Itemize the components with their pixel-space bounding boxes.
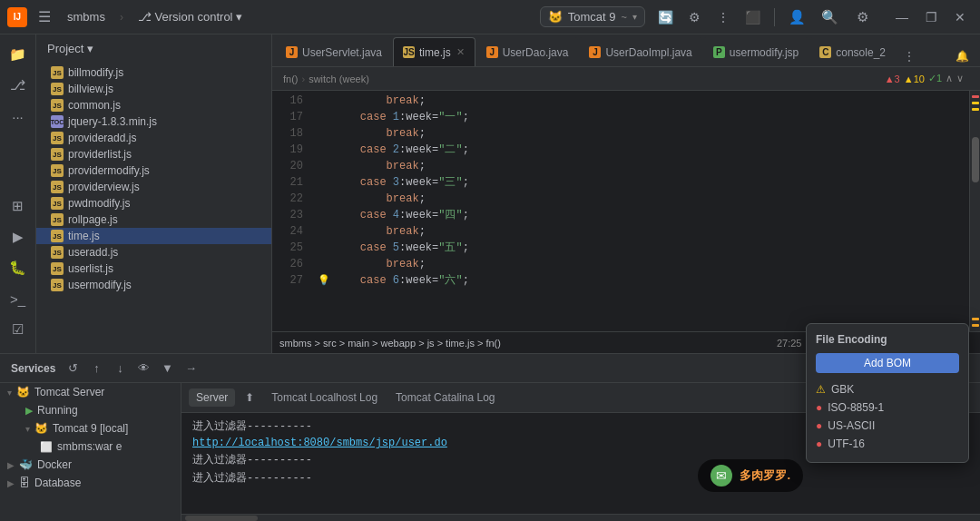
panel-eye-btn[interactable]: 👁 (133, 359, 153, 378)
docker-icon: 🐳 (19, 458, 33, 471)
restore-btn[interactable]: ❐ (918, 5, 944, 30)
tabs-more-btn[interactable]: ⋮ (900, 46, 918, 66)
service-item-database[interactable]: ▶ 🗄 Database (0, 474, 181, 492)
hamburger-menu[interactable]: ☰ (34, 5, 54, 29)
run-config-selector[interactable]: 🐱 Tomcat 9 ~ ▾ (540, 6, 645, 27)
warning-count: ▲10 (904, 74, 925, 84)
more-run-btn[interactable]: ⋮ (710, 5, 736, 30)
version-control-btn[interactable]: ⎇ Version control ▾ (132, 6, 248, 27)
server-tab-catalina[interactable]: Tomcat Catalina Log (388, 388, 502, 407)
notification-bell[interactable]: 🔔 (948, 46, 976, 66)
js-file-icon: JS (51, 66, 64, 79)
js-file-icon: JS (51, 181, 64, 193)
log-link[interactable]: http://localhost:8080/smbms/jsp/user.do (192, 437, 447, 449)
settings-btn[interactable]: ⚙ (849, 5, 875, 30)
file-tree-item[interactable]: JSpwdmodify.js (36, 195, 271, 211)
code-content[interactable]: break; case 1:week="一"; break; case 2:we… (310, 91, 969, 331)
panel-arrow-btn[interactable]: → (181, 359, 201, 378)
tab-userdao[interactable]: JUserDao.java (476, 37, 579, 66)
encoding-utf16[interactable]: ● UTF-16 (816, 435, 959, 453)
project-name[interactable]: smbms (62, 6, 111, 27)
line-number: 26 (290, 256, 303, 272)
project-panel: Project ▾ JSbillmodify.jsJSbillview.jsJS… (36, 34, 272, 353)
sync-btn[interactable]: 🔄 (652, 5, 678, 30)
toolbar-divider (774, 8, 775, 26)
file-tree-item[interactable]: JSprovidermodify.js (36, 162, 271, 179)
sidebar-icon-run[interactable]: ▶ (4, 222, 33, 251)
sidebar-icon-todo[interactable]: ☑ (4, 315, 33, 344)
warning-marker-3 (972, 318, 979, 320)
file-tree-item[interactable]: JSbillmodify.js (36, 64, 271, 81)
sidebar-icon-terminal[interactable]: >_ (4, 284, 33, 313)
file-tree-item[interactable]: JSproviderview.js (36, 179, 271, 195)
warning-marker-1 (972, 102, 979, 104)
file-tree-item[interactable]: JStime.js (36, 228, 271, 244)
server-tab-localhost[interactable]: Tomcat Localhost Log (264, 388, 385, 407)
settings-run-btn[interactable]: ⚙ (681, 5, 707, 30)
error-count: ▲3 (885, 74, 900, 84)
close-btn[interactable]: ✕ (947, 5, 973, 30)
line-number: 22 (290, 191, 303, 207)
minimize-btn[interactable]: — (889, 5, 915, 30)
file-tree-item[interactable]: JSproviderlist.js (36, 146, 271, 162)
file-encoding-popup: File Encoding Add BOM ⚠ GBK ● ISO-8859-1… (806, 383, 969, 463)
tab-console2[interactable]: Cconsole_2 (809, 37, 896, 66)
tab-close-timejs[interactable]: ✕ (456, 45, 466, 59)
tab-userservlet[interactable]: JUserServlet.java (276, 37, 392, 66)
running-icon: ▶ (25, 405, 33, 417)
encoding-gbk[interactable]: ⚠ GBK (816, 383, 959, 398)
error-marker (972, 95, 979, 98)
file-tree-item[interactable]: JScommon.js (36, 97, 271, 113)
project-header[interactable]: Project ▾ (36, 34, 271, 63)
left-sidebar-icons: 📁 ⎇ ··· ⊞ ▶ 🐛 >_ ☑ (0, 34, 36, 353)
line-number: 19 (290, 142, 303, 158)
stop-btn[interactable]: ⬛ (740, 5, 765, 30)
tomcat-server-label: Tomcat Server (34, 386, 104, 398)
file-tree-item-label: billmodify.js (68, 66, 123, 79)
cursor-position[interactable]: 27:25 (773, 338, 806, 349)
sidebar-icon-project[interactable]: 📁 (4, 40, 33, 69)
line-number: 21 (290, 174, 303, 191)
sidebar-icon-git[interactable]: ⎇ (4, 71, 33, 100)
panel-filter-btn[interactable]: ▼ (157, 359, 177, 378)
log-scroll-thumb[interactable] (185, 516, 258, 521)
tab-timejs[interactable]: JStime.js✕ (393, 37, 475, 66)
file-tree-item[interactable]: JSuserlist.js (36, 260, 271, 277)
file-tree-item[interactable]: JSprovideradd.js (36, 130, 271, 146)
file-tree-item[interactable]: JSusermodify.js (36, 277, 271, 293)
panel-down-btn[interactable]: ↓ (110, 359, 130, 378)
server-tab-server[interactable]: Server (189, 388, 235, 407)
service-item-tomcat-server[interactable]: ▾ 🐱 Tomcat Server (0, 383, 181, 401)
js-file-icon: JS (51, 132, 64, 144)
log-scrollbar[interactable] (181, 514, 980, 521)
user-btn[interactable]: 👤 (784, 5, 809, 30)
panel-up-btn[interactable]: ↑ (86, 359, 106, 378)
service-item-docker[interactable]: ▶ 🐳 Docker (0, 456, 181, 474)
tab-usermodify[interactable]: Pusermodify.jsp (703, 37, 808, 66)
sidebar-icon-more[interactable]: ··· (4, 102, 33, 131)
code-line: case 5:week="五"; (318, 240, 969, 256)
encoding-usascii[interactable]: ● US-ASCII (816, 417, 959, 435)
git-icon: ⎇ (138, 10, 152, 24)
editor-scrollbar[interactable] (969, 91, 980, 331)
service-item-tomcat9[interactable]: ▾ 🐱 Tomcat 9 [local] (0, 419, 181, 437)
panel-refresh-btn[interactable]: ↺ (63, 359, 83, 378)
encoding-iso[interactable]: ● ISO-8859-1 (816, 398, 959, 417)
file-tree-item-label: providermodify.js (68, 164, 150, 177)
file-tree-item[interactable]: JSrollpage.js (36, 211, 271, 228)
scroll-thumb[interactable] (972, 137, 979, 182)
js-file-icon: JS (51, 230, 64, 242)
sidebar-icon-debug[interactable]: 🐛 (4, 253, 33, 282)
file-tree-item[interactable]: JSbillview.js (36, 81, 271, 97)
service-item-running[interactable]: ▶ Running (0, 401, 181, 419)
service-item-smbms[interactable]: ⬜ smbms:war e (0, 437, 181, 456)
file-tree-item[interactable]: JSuseradd.js (36, 244, 271, 260)
deploy-action-icon[interactable]: ⬆ (239, 387, 260, 408)
tab-label-usermodify: usermodify.jsp (730, 46, 799, 59)
search-btn[interactable]: 🔍 (817, 5, 842, 30)
tab-userdaoimpl[interactable]: JUserDaoImpl.java (579, 37, 701, 66)
file-tree-item[interactable]: TOCjquery-1.8.3.min.js (36, 113, 271, 130)
docker-expand-icon: ▶ (7, 460, 15, 470)
panel-toolbar: ↺ ↑ ↓ 👁 ▼ → (63, 359, 204, 378)
sidebar-icon-services[interactable]: ⊞ (4, 192, 33, 221)
